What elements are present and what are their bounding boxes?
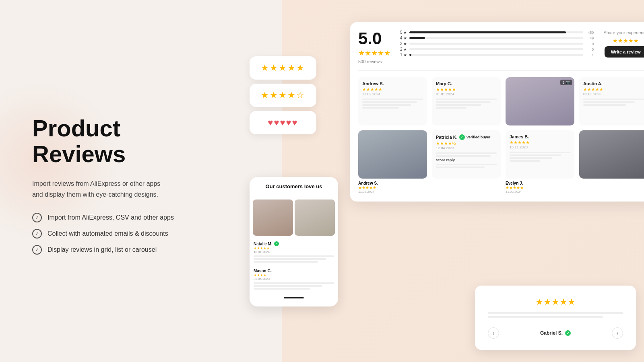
evelyn-stars: ★★★★★: [506, 185, 574, 190]
bar-label-4: 4 ★: [400, 36, 407, 40]
mary-lines: [436, 99, 497, 109]
big-score: 5.0: [358, 30, 390, 47]
write-review-button[interactable]: Write a review: [605, 46, 644, 58]
tl1: [362, 99, 423, 100]
bar-track-3: [409, 43, 583, 45]
andrew-name: Andrew S.: [362, 81, 423, 86]
mobile-scroll-bar: [284, 297, 304, 298]
rl1: [436, 164, 497, 165]
bar-count-5: 450: [586, 31, 594, 35]
photo-person: [253, 200, 293, 236]
reviewer-mason-name: Mason G.: [254, 269, 272, 273]
james-name: James B.: [510, 134, 570, 139]
photo-shoes: [295, 200, 335, 236]
carousel-next-button[interactable]: ›: [612, 327, 623, 339]
al3: [583, 104, 626, 106]
andrew-stars: ★★★★★: [362, 87, 423, 92]
al1: [583, 99, 644, 100]
gabriel-name: Gabriel S.: [540, 330, 563, 336]
review-card-austin: Austin A. ★★★★★ 03.03.2023: [579, 77, 644, 125]
rating-cards-group: ★★★★★ ★★★★☆ ♥♥♥♥♥: [250, 56, 316, 134]
bar-label-3: 3 ★: [400, 41, 407, 46]
rating-card-4star: ★★★★☆: [250, 84, 316, 107]
bar-fill-4: [409, 37, 425, 39]
natalie-date: 18.01.2024: [254, 250, 334, 254]
andrew2-name: Andrew S.: [358, 181, 378, 185]
carousel-prev-button[interactable]: ‹: [488, 327, 499, 339]
page-title: Product Reviews: [32, 115, 201, 167]
austin-date: 03.03.2023: [583, 92, 644, 96]
pl1: [436, 152, 497, 154]
ui-area: ★★★★★ ★★★★☆ ♥♥♥♥♥ Our customers love us: [225, 0, 644, 362]
reviews-grid: Andrew S. ★★★★★ 11.02.2024 Mary G. ★★★★★: [358, 77, 644, 179]
mary-date: 01.01.2024: [436, 92, 497, 96]
bar-label-5: 5 ★: [400, 30, 407, 35]
mary-stars: ★★★★★: [436, 87, 497, 92]
overall-rating-bar: 5.0 ★★★★★ 500 reviews 5 ★ 450: [358, 30, 644, 71]
austin-stars: ★★★★★: [583, 87, 644, 92]
jl2: [510, 154, 561, 156]
mobile-widget-photos: [250, 196, 338, 239]
jl3: [510, 157, 552, 159]
ml1: [436, 99, 497, 100]
bar-label-1: 1 ★: [400, 53, 407, 57]
bar-row-2: 2 ★ 0: [400, 47, 594, 51]
bar-track-2: [409, 48, 583, 50]
reviewer-natalie: Natalie M. ✓: [254, 241, 334, 246]
patricia-name: Patricia K.: [436, 135, 458, 140]
patricia-lines: [436, 152, 497, 157]
carousel-nav: ‹ Gabriel S. ✓ ›: [488, 327, 623, 339]
page-container: Product Reviews Import reviews from AliE…: [0, 0, 644, 362]
mobile-review-1: Natalie M. ✓ ★★★★★ 18.01.2024: [250, 239, 338, 266]
rating-bars: 5 ★ 450 4 ★ 49: [400, 30, 594, 57]
bar-fill-1: [409, 54, 411, 56]
review-card-andrew: Andrew S. ★★★★★ 11.02.2024: [358, 77, 427, 125]
ml4: [436, 107, 466, 109]
rl2: [436, 167, 485, 168]
right-section: ★★★★★ ★★★★☆ ♥♥♥♥♥ Our customers love us: [225, 0, 644, 362]
bar-count-1: 1: [586, 53, 594, 57]
description-line1: Import reviews from AliExpress or other …: [32, 180, 160, 187]
bar-count-4: 49: [586, 36, 594, 40]
andrew2-stars: ★★★★★: [358, 185, 427, 190]
andrew2-info: Andrew S. ★★★★★ 11.02.2024: [358, 181, 427, 193]
austin-lines: [583, 99, 644, 106]
five-stars-icon: ★★★★★: [261, 63, 305, 73]
left-section: Product Reviews Import reviews from AliE…: [0, 0, 225, 362]
hearts-icon: ♥♥♥♥♥: [268, 117, 298, 128]
reviewer-names-row: Andrew S. ★★★★★ 11.02.2024 Evelyn J. ★★★…: [358, 181, 644, 193]
al2: [583, 101, 635, 103]
james-date: 15.11.2023: [510, 145, 570, 149]
bar-row-4: 4 ★ 49: [400, 36, 594, 40]
rating-card-5star: ★★★★★: [250, 56, 316, 80]
description-line2: and display them with eye-catching desig…: [32, 191, 158, 198]
natalie-review-lines: [254, 255, 334, 263]
james-lines: [510, 152, 570, 162]
bar-track-5: [409, 31, 583, 33]
tl3: [362, 104, 411, 106]
review-card-photo1: 3 📷: [506, 77, 574, 125]
ml3: [436, 104, 481, 106]
bar-count-3: 0: [586, 42, 594, 46]
text-line-4: [254, 282, 334, 284]
andrew-lines: [362, 99, 423, 109]
sneakers2-photo: [579, 130, 644, 179]
carousel-text-lines: [488, 312, 623, 319]
review-photo-1: 3 📷: [506, 77, 574, 125]
natalie-stars: ★★★★★: [254, 246, 334, 250]
mason-date: 30.05.2023: [254, 277, 334, 281]
mobile-widget: Our customers love us Natalie M. ✓ ★★★★★…: [250, 177, 338, 306]
bar-label-2: 2 ★: [400, 47, 407, 51]
feature-label-1: Import from AliExpress, CSV and other ap…: [47, 214, 174, 221]
sneakers-photo: [358, 130, 427, 179]
andrew-date: 11.02.2024: [362, 92, 423, 96]
tl4: [362, 107, 399, 109]
four-stars-icon: ★★★★☆: [261, 90, 305, 101]
andrew2-date: 11.02.2024: [358, 190, 427, 193]
review-card-sneakers: [358, 130, 427, 179]
bar-row-5: 5 ★ 450: [400, 30, 594, 35]
feature-list: ✓ Import from AliExpress, CSV and other …: [32, 213, 201, 255]
bar-row-1: 1 ★ 1: [400, 53, 594, 57]
review-card-james: James B. ★★★★★ 15.11.2023: [506, 130, 574, 179]
photo-count-badge: 3 📷: [560, 80, 572, 85]
